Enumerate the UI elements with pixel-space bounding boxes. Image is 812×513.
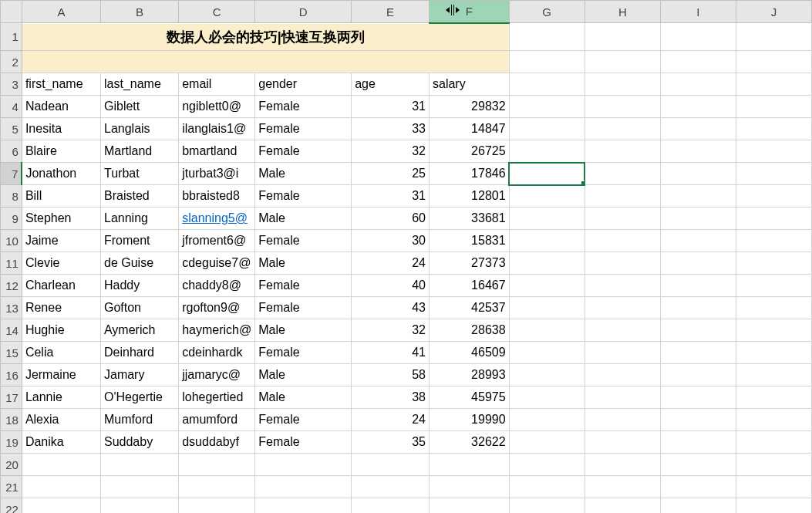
- cell-J14[interactable]: [736, 319, 811, 342]
- cell-J13[interactable]: [736, 297, 811, 319]
- cell-B18[interactable]: Mumford: [100, 409, 178, 431]
- cell-D18[interactable]: Female: [255, 409, 352, 431]
- cell-C9[interactable]: slanning5@: [179, 208, 255, 230]
- cell-G15[interactable]: [509, 342, 585, 364]
- column-header-H[interactable]: H: [585, 1, 660, 23]
- cell-A17[interactable]: Lannie: [22, 386, 100, 409]
- cell-J15[interactable]: [736, 342, 811, 364]
- cell-B17[interactable]: O'Hegertie: [100, 386, 178, 409]
- cell[interactable]: [22, 51, 509, 73]
- cell-B16[interactable]: Jamary: [100, 364, 178, 386]
- cell-C5[interactable]: ilanglais1@: [179, 118, 255, 140]
- cell-D4[interactable]: Female: [255, 96, 352, 118]
- cell-E6[interactable]: 32: [352, 140, 430, 163]
- column-header-G[interactable]: G: [509, 1, 585, 23]
- cell-H22[interactable]: [585, 498, 660, 514]
- cell-E7[interactable]: 25: [352, 163, 430, 185]
- cell-G5[interactable]: [509, 118, 585, 140]
- cell-H12[interactable]: [585, 275, 660, 297]
- header-cell-A[interactable]: first_name: [22, 73, 100, 96]
- cell-E11[interactable]: 24: [352, 252, 430, 275]
- cell-D20[interactable]: [255, 454, 352, 476]
- cell-G20[interactable]: [509, 454, 585, 476]
- cell-F9[interactable]: 33681: [430, 208, 510, 230]
- cell-D5[interactable]: Female: [255, 118, 352, 140]
- cell-B15[interactable]: Deinhard: [100, 342, 178, 364]
- cell-H9[interactable]: [585, 208, 660, 230]
- cell-F8[interactable]: 12801: [430, 185, 510, 208]
- cell-A15[interactable]: Celia: [22, 342, 100, 364]
- cell-E18[interactable]: 24: [352, 409, 430, 431]
- cell-D16[interactable]: Male: [255, 364, 352, 386]
- cell-G14[interactable]: [509, 319, 585, 342]
- cell-D13[interactable]: Female: [255, 297, 352, 319]
- cell-F20[interactable]: [430, 454, 510, 476]
- cell-H19[interactable]: [585, 431, 660, 454]
- row-header-21[interactable]: 21: [1, 476, 22, 498]
- cell-C21[interactable]: [179, 476, 255, 498]
- row-header-1[interactable]: 1: [1, 23, 22, 51]
- cell-F13[interactable]: 42537: [430, 297, 510, 319]
- cell-H13[interactable]: [585, 297, 660, 319]
- cell-C20[interactable]: [179, 454, 255, 476]
- cell-F18[interactable]: 19990: [430, 409, 510, 431]
- cell-B12[interactable]: Haddy: [100, 275, 178, 297]
- cell-E8[interactable]: 31: [352, 185, 430, 208]
- cell-H8[interactable]: [585, 185, 660, 208]
- cell-A16[interactable]: Jermaine: [22, 364, 100, 386]
- cell-H6[interactable]: [585, 140, 660, 163]
- row-header-12[interactable]: 12: [1, 275, 22, 297]
- cell-C10[interactable]: jfroment6@: [179, 230, 255, 252]
- header-cell-G[interactable]: [509, 73, 585, 96]
- cell-A8[interactable]: Bill: [22, 185, 100, 208]
- cell[interactable]: [585, 51, 660, 73]
- cell-G8[interactable]: [509, 185, 585, 208]
- cell-F6[interactable]: 26725: [430, 140, 510, 163]
- cell-G21[interactable]: [509, 476, 585, 498]
- cell-B7[interactable]: Turbat: [100, 163, 178, 185]
- cell-D7[interactable]: Male: [255, 163, 352, 185]
- cell-G17[interactable]: [509, 386, 585, 409]
- cell-G19[interactable]: [509, 431, 585, 454]
- cell-E12[interactable]: 40: [352, 275, 430, 297]
- cell-I19[interactable]: [661, 431, 736, 454]
- cell-B4[interactable]: Giblett: [100, 96, 178, 118]
- cell-J20[interactable]: [736, 454, 811, 476]
- column-header-J[interactable]: J: [736, 1, 811, 23]
- cell-C8[interactable]: bbraisted8: [179, 185, 255, 208]
- cell-I6[interactable]: [661, 140, 736, 163]
- cell-B13[interactable]: Gofton: [100, 297, 178, 319]
- cell-J11[interactable]: [736, 252, 811, 275]
- cell-E16[interactable]: 58: [352, 364, 430, 386]
- row-header-9[interactable]: 9: [1, 208, 22, 230]
- row-header-16[interactable]: 16: [1, 364, 22, 386]
- cell-I10[interactable]: [661, 230, 736, 252]
- row-header-18[interactable]: 18: [1, 409, 22, 431]
- cell-H5[interactable]: [585, 118, 660, 140]
- cell-A5[interactable]: Inesita: [22, 118, 100, 140]
- cell-H11[interactable]: [585, 252, 660, 275]
- cell-I17[interactable]: [661, 386, 736, 409]
- cell-J16[interactable]: [736, 364, 811, 386]
- cell-I4[interactable]: [661, 96, 736, 118]
- row-header-14[interactable]: 14: [1, 319, 22, 342]
- cell-F5[interactable]: 14847: [430, 118, 510, 140]
- cell-J10[interactable]: [736, 230, 811, 252]
- row-header-4[interactable]: 4: [1, 96, 22, 118]
- cell-B21[interactable]: [100, 476, 178, 498]
- cell-I20[interactable]: [661, 454, 736, 476]
- row-header-10[interactable]: 10: [1, 230, 22, 252]
- column-header-I[interactable]: I: [661, 1, 736, 23]
- cell-A7[interactable]: Jonathon: [22, 163, 100, 185]
- cell-I9[interactable]: [661, 208, 736, 230]
- cell-F7[interactable]: 17846: [430, 163, 510, 185]
- cell-I18[interactable]: [661, 409, 736, 431]
- cell-I11[interactable]: [661, 252, 736, 275]
- cell-B20[interactable]: [100, 454, 178, 476]
- cell-A11[interactable]: Clevie: [22, 252, 100, 275]
- cell-H18[interactable]: [585, 409, 660, 431]
- row-header-6[interactable]: 6: [1, 140, 22, 163]
- cell[interactable]: [509, 23, 585, 51]
- row-header-13[interactable]: 13: [1, 297, 22, 319]
- cell-D14[interactable]: Male: [255, 319, 352, 342]
